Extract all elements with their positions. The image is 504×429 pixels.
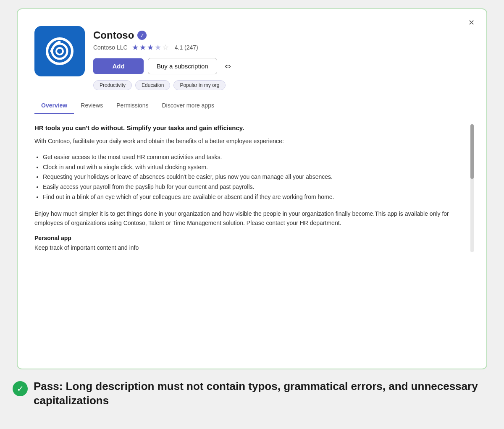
content-intro: With Contoso, facilitate your daily work…: [34, 136, 461, 146]
app-publisher: Contoso LLC: [93, 44, 128, 51]
svg-point-2: [56, 48, 63, 55]
tab-overview[interactable]: Overview: [34, 98, 74, 114]
tab-discover[interactable]: Discover more apps: [155, 98, 221, 114]
content-wrapper: HR tools you can't do without. Simplify …: [34, 124, 470, 253]
star-3: ★: [147, 43, 154, 52]
app-title-row: Contoso ✓: [93, 29, 234, 41]
bullet-item-4: Easily access your payroll from the pays…: [43, 182, 461, 192]
action-row: Add Buy a subscription ⇔: [93, 58, 234, 74]
link-button[interactable]: ⇔: [221, 60, 234, 73]
close-button[interactable]: ✕: [465, 16, 478, 29]
personal-app-heading: Personal app: [34, 235, 461, 241]
bullet-list: Get easier access to the most used HR co…: [43, 152, 461, 202]
tag-popular: Popular in my org: [173, 80, 226, 90]
verified-icon: ✓: [137, 31, 147, 40]
bullet-item-5: Find out in a blink of an eye which of y…: [43, 192, 461, 202]
pass-label: Pass: Long description must not contain …: [34, 379, 491, 408]
tab-reviews[interactable]: Reviews: [74, 98, 110, 114]
tag-productivity: Productivity: [93, 80, 132, 90]
scrollbar-track[interactable]: [470, 124, 474, 253]
star-5: ☆: [162, 43, 169, 52]
app-info: Contoso ✓ Contoso LLC ★ ★ ★ ★ ☆ 4.1 (247…: [93, 26, 234, 90]
star-2: ★: [139, 43, 146, 52]
star-4: ★: [155, 43, 161, 52]
content-outro: Enjoy how much simpler it is to get thin…: [34, 209, 461, 228]
pass-checkmark-icon: ✓: [13, 381, 28, 396]
tabs-row: Overview Reviews Permissions Discover mo…: [34, 98, 470, 114]
tab-permissions[interactable]: Permissions: [110, 98, 155, 114]
rating-text: 4.1 (247): [175, 44, 198, 51]
app-header: Contoso ✓ Contoso LLC ★ ★ ★ ★ ☆ 4.1 (247…: [34, 26, 470, 90]
pass-section: ✓ Pass: Long description must not contai…: [8, 379, 496, 408]
personal-app-text: Keep track of important content and info: [34, 243, 461, 252]
bullet-item-1: Get easier access to the most used HR co…: [43, 152, 461, 162]
content-heading: HR tools you can't do without. Simplify …: [34, 124, 461, 131]
add-button[interactable]: Add: [93, 58, 144, 74]
app-logo: [34, 26, 85, 76]
app-detail-modal: ✕ Contoso ✓ Contoso LLC ★ ★ ★: [17, 8, 487, 369]
bullet-item-3: Requesting your holidays or leave of abs…: [43, 172, 461, 182]
buy-subscription-button[interactable]: Buy a subscription: [148, 58, 217, 74]
tag-education: Education: [135, 80, 170, 90]
tags-row: Productivity Education Popular in my org: [93, 80, 234, 90]
app-name: Contoso: [93, 29, 134, 41]
content-area: HR tools you can't do without. Simplify …: [34, 124, 470, 253]
bullet-item-2: Clock in and out with a single click, wi…: [43, 162, 461, 173]
app-stars: ★ ★ ★ ★ ☆: [132, 43, 169, 52]
app-publisher-row: Contoso LLC ★ ★ ★ ★ ☆ 4.1 (247): [93, 43, 234, 52]
scrollbar-thumb[interactable]: [470, 124, 474, 179]
star-1: ★: [132, 43, 139, 52]
